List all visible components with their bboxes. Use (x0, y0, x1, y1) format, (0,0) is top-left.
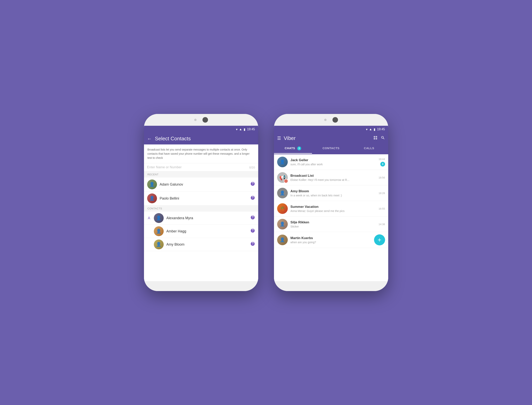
chat-preview-martin: when are you going? (290, 241, 371, 244)
chat-name-martin: Martin Kuerbs (290, 236, 371, 240)
tab-chats-label: CHATS (285, 146, 295, 150)
viber-icon-alex[interactable] (250, 215, 255, 221)
time-left: 19:45 (247, 128, 255, 131)
contact-name-adam: Adam Galunov (160, 182, 248, 187)
status-bar-left: ▾ ▲ ▮ 19:45 (144, 126, 258, 133)
tab-calls-label: CALLS (364, 146, 374, 150)
left-screen: ▾ ▲ ▮ 19:45 ← Select Contacts Broadcast … (144, 126, 258, 281)
viber-icon-amy2[interactable] (250, 242, 255, 247)
avatar-amy2: 👤 (154, 239, 164, 249)
chat-item-jack[interactable]: 👤 Jack Geller sure, i'll call you after … (274, 154, 388, 170)
battery-icon-right: ▮ (374, 128, 375, 131)
signal-icon-right: ▲ (369, 128, 372, 131)
avatar-adam: 👤 (147, 179, 157, 189)
chat-content-amy: Amy Bloom In a week or so, when im back … (290, 189, 376, 197)
fab-button[interactable]: + (374, 234, 385, 245)
contact-name-amy2: Amy Bloom (166, 243, 248, 247)
right-phone: ▾ ▲ ▮ 19:45 ☰ Viber (274, 114, 388, 291)
chat-content-martin: Martin Kuerbs when are you going? (290, 236, 371, 244)
back-button[interactable]: ← (147, 136, 152, 142)
chat-name-silje: Silje Rikken (290, 220, 376, 224)
contact-item-amy2[interactable]: 👤 Amy Bloom (144, 238, 258, 251)
battery-icon: ▮ (244, 128, 245, 131)
contact-item-alex[interactable]: A 👤 Alexandera Myra (144, 212, 258, 225)
search-count: 0/20 (249, 166, 255, 169)
contact-item-amber[interactable]: 👤 Amber Hagg (144, 225, 258, 238)
phone-top-left (144, 114, 258, 126)
chat-time-broadcast: 18:56 (379, 176, 385, 179)
contact-name-paolo: Paolo Bellini (160, 196, 248, 201)
chat-item-martin[interactable]: 👤 Martin Kuerbs when are you going? + (274, 232, 388, 248)
avatar-martin: 👤 (277, 235, 288, 245)
chat-list: 👤 Jack Geller sure, i'll call you after … (274, 154, 388, 281)
avatar-amber: 👤 (154, 226, 164, 236)
chat-item-silje[interactable]: 👤 Silje Rikken Sticker 14:38 (274, 216, 388, 232)
unread-badge-jack: 3 (380, 162, 385, 167)
chat-meta-broadcast: 18:56 (379, 176, 385, 179)
broadcast-info: Broadcast lists let you send separate me… (144, 144, 258, 163)
chat-name-broadcast: Broadcast List (290, 174, 376, 178)
avatar-paolo: 👤 (147, 193, 157, 203)
viber-icon-paolo[interactable] (250, 196, 255, 201)
chat-time-silje: 14:38 (379, 223, 385, 226)
camera-lens-right (332, 117, 338, 123)
hamburger-icon[interactable]: ☰ (277, 136, 281, 141)
avatar-jack: 👤 (277, 157, 288, 167)
header-icons (373, 135, 385, 141)
chat-preview-amy: In a week or so, when im back lets meet … (290, 194, 376, 197)
front-camera-right (324, 119, 327, 121)
chat-meta-silje: 14:38 (379, 223, 385, 226)
chat-item-broadcast[interactable]: 📢 Broadcast List Eloise Koiller: Hey! I'… (274, 170, 388, 185)
signal-icon: ▲ (239, 128, 242, 131)
front-camera-left (194, 119, 197, 121)
right-screen: ▾ ▲ ▮ 19:45 ☰ Viber (274, 126, 388, 281)
chat-meta-summer: 16:55 (379, 207, 385, 210)
tab-contacts[interactable]: CONTACTS (312, 144, 350, 154)
viber-icon-adam[interactable] (250, 182, 255, 187)
avatar-silje: 👤 (277, 219, 288, 230)
letter-a: A (147, 216, 151, 220)
avatar-summer: 🌴 (277, 203, 288, 214)
viber-icon-amber[interactable] (250, 228, 255, 234)
status-bar-right: ▾ ▲ ▮ 19:45 (274, 126, 388, 133)
page-title-left: Select Contacts (155, 135, 191, 142)
chat-meta-amy: 18:28 (379, 192, 385, 195)
chat-preview-broadcast: Eloise Koiller: Hey! I'll meet you tomor… (290, 178, 376, 182)
search-box[interactable]: Enter Name or Number 0/20 (144, 163, 258, 171)
chat-time-jack: 19:44 (379, 158, 385, 161)
contact-item-paolo[interactable]: 👤 Paolo Bellini (144, 191, 258, 205)
chat-content-broadcast: Broadcast List Eloise Koiller: Hey! I'll… (290, 174, 376, 182)
chat-name-amy: Amy Bloom (290, 189, 376, 193)
chat-preview-summer: Anna Meraz: Guys! please send me the pic… (290, 209, 376, 213)
search-icon[interactable] (381, 135, 385, 141)
contact-item-adam[interactable]: 👤 Adam Galunov (144, 177, 258, 191)
right-header: ☰ Viber (274, 133, 388, 144)
avatar-alex: 👤 (154, 213, 164, 223)
chat-item-summer[interactable]: 🌴 Summer Vacation Anna Meraz: Guys! plea… (274, 201, 388, 216)
tab-contacts-label: CONTACTS (322, 146, 339, 150)
chat-meta-jack: 19:44 3 (379, 158, 385, 167)
time-right: 19:45 (377, 128, 385, 131)
chat-meta-martin: + (374, 234, 385, 245)
qr-icon[interactable] (373, 135, 378, 141)
recent-section-header: RECENT (144, 171, 258, 177)
chat-item-amy[interactable]: 👤 Amy Bloom In a week or so, when im bac… (274, 185, 388, 201)
search-placeholder: Enter Name or Number (147, 165, 249, 169)
app-title: Viber (284, 135, 296, 141)
broadcast-sub-avatar (284, 179, 288, 183)
wifi-icon-right: ▾ (366, 128, 367, 131)
chat-content-jack: Jack Geller sure, i'll call you after wo… (290, 158, 376, 166)
chat-name-jack: Jack Geller (290, 158, 376, 162)
chat-content-silje: Silje Rikken Sticker (290, 220, 376, 228)
chat-preview-silje: Sticker (290, 225, 376, 228)
chat-preview-jack: sure, i'll call you after work (290, 163, 376, 166)
chat-name-summer: Summer Vacation (290, 205, 376, 209)
chat-content-summer: Summer Vacation Anna Meraz: Guys! please… (290, 205, 376, 213)
left-header: ← Select Contacts (144, 133, 258, 144)
contact-name-amber: Amber Hagg (166, 229, 248, 233)
tabs-bar: CHATS 3 CONTACTS CALLS (274, 144, 388, 154)
phone-top-right (274, 114, 388, 126)
tab-calls[interactable]: CALLS (350, 144, 388, 154)
tab-chats[interactable]: CHATS 3 (274, 144, 312, 154)
left-phone: ▾ ▲ ▮ 19:45 ← Select Contacts Broadcast … (144, 114, 258, 291)
